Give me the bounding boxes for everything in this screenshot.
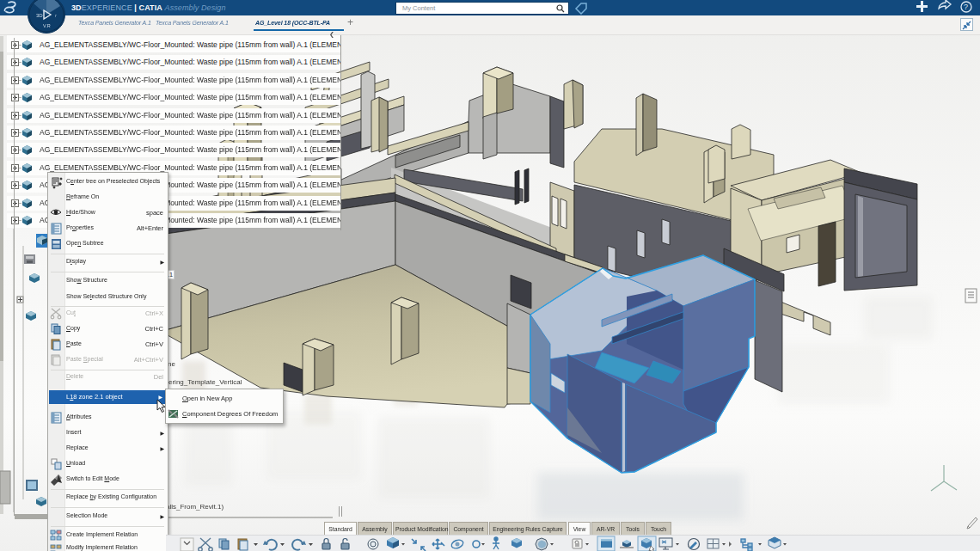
- svg-text:3D: 3D: [36, 13, 43, 18]
- svg-text:V.R: V.R: [43, 23, 51, 28]
- svg-text:r: r: [55, 13, 57, 18]
- svg-text:?: ?: [964, 3, 968, 11]
